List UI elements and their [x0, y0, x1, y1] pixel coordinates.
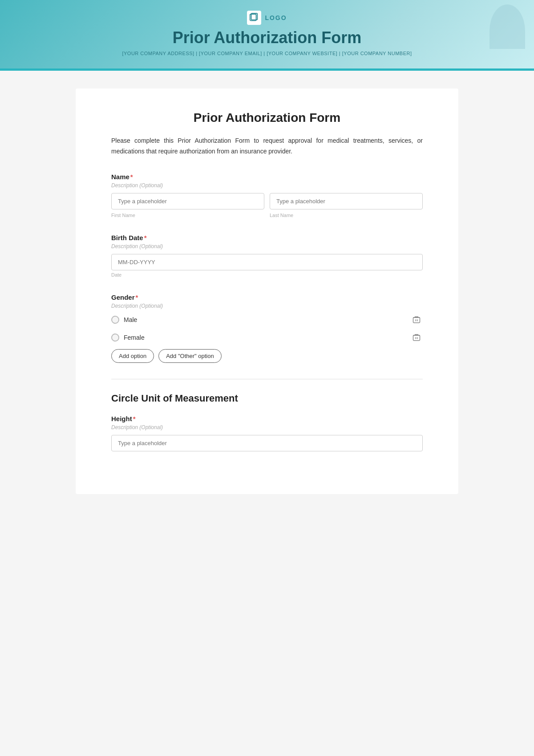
gender-male-radio[interactable] — [111, 316, 119, 324]
birth-date-description: Description (Optional) — [111, 243, 423, 249]
add-option-row: Add option Add "Other" option — [111, 349, 423, 363]
gender-field-section: Gender* Description (Optional) Male — [111, 294, 423, 363]
birth-date-input-group — [111, 254, 423, 270]
section-divider — [111, 379, 423, 379]
gender-male-left: Male — [111, 316, 137, 324]
section-heading-circle-unit: Circle Unit of Measurement — [111, 393, 423, 404]
logo-text: LOGO — [265, 14, 287, 21]
first-name-sublabel: First Name — [111, 213, 264, 218]
name-description: Description (Optional) — [111, 182, 423, 189]
height-field-section: Height* Description (Optional) — [111, 415, 423, 451]
gender-required-star: * — [136, 294, 138, 301]
height-label: Height* — [111, 415, 423, 422]
name-input-group — [111, 193, 423, 209]
name-sublabel-group: First Name Last Name — [111, 211, 423, 218]
gender-label: Gender* — [111, 294, 423, 301]
gender-male-label: Male — [124, 316, 137, 323]
first-name-input[interactable] — [111, 193, 264, 209]
gender-male-delete-icon[interactable] — [410, 314, 423, 326]
add-option-button[interactable]: Add option — [111, 349, 154, 363]
svg-rect-2 — [413, 318, 420, 323]
name-required-star: * — [130, 173, 133, 181]
height-required-star: * — [133, 415, 136, 422]
birth-date-input[interactable] — [111, 254, 423, 270]
birth-date-sublabel: Date — [111, 272, 423, 277]
svg-rect-5 — [413, 335, 420, 341]
gender-female-radio[interactable] — [111, 334, 119, 342]
gender-female-label: Female — [124, 334, 145, 341]
last-name-sublabel: Last Name — [270, 213, 423, 218]
gender-female-row: Female — [111, 331, 423, 344]
name-label: Name* — [111, 173, 423, 181]
height-description: Description (Optional) — [111, 424, 423, 430]
gender-description: Description (Optional) — [111, 303, 423, 309]
form-description: Please complete this Prior Authorization… — [111, 136, 423, 157]
height-input-group — [111, 435, 423, 451]
add-other-option-button[interactable]: Add "Other" option — [158, 349, 222, 363]
header-title: Prior Authorization Form — [18, 28, 516, 47]
form-container: Prior Authorization Form Please complete… — [76, 88, 458, 494]
logo-icon — [247, 11, 261, 25]
page-header: LOGO Prior Authorization Form [YOUR COMP… — [0, 0, 534, 68]
height-input[interactable] — [111, 435, 423, 451]
header-contact: [YOUR COMPANY ADDRESS] | [YOUR COMPANY E… — [18, 51, 516, 56]
teal-stripe — [0, 68, 534, 71]
gender-female-left: Female — [111, 334, 145, 342]
last-name-input[interactable] — [270, 193, 423, 209]
gender-female-delete-icon[interactable] — [410, 331, 423, 344]
form-main-title: Prior Authorization Form — [111, 111, 423, 125]
gender-male-row: Male — [111, 314, 423, 326]
birth-date-field-section: Birth Date* Description (Optional) Date — [111, 234, 423, 277]
birth-date-label: Birth Date* — [111, 234, 423, 241]
birth-date-required-star: * — [144, 234, 147, 241]
name-field-section: Name* Description (Optional) First Name … — [111, 173, 423, 218]
